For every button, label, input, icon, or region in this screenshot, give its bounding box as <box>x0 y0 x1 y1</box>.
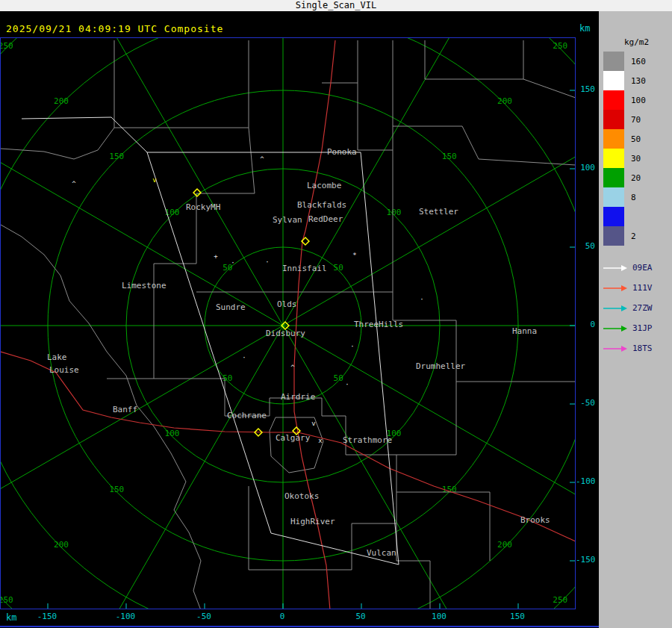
scale-value-label: 8 <box>631 193 636 202</box>
town-label: Okotoks <box>284 491 319 501</box>
ring-distance-label: 200 <box>497 96 512 106</box>
radar-legend-row: 31JP <box>603 318 672 338</box>
county-boundary <box>393 320 575 382</box>
radar-id-label: 27ZW <box>632 303 653 313</box>
scale-color-swatch <box>603 110 624 129</box>
ring-distance-label: 200 <box>497 540 512 550</box>
scan-area-outline <box>22 117 147 152</box>
county-boundary <box>358 40 393 150</box>
bottom-axis-label: 100 <box>424 612 454 621</box>
town-label: Lacombe <box>307 181 341 190</box>
ring-distance-label: 150 <box>109 152 124 161</box>
point-marker: ^ <box>260 155 264 163</box>
scale-row: 20 <box>599 168 672 187</box>
radar-arrow-icon <box>603 285 628 292</box>
scale-color-swatch <box>603 207 624 226</box>
town-label: Strathmore <box>343 435 392 445</box>
ring-distance-label: 250 <box>553 595 567 605</box>
town-label: Stettler <box>419 207 458 217</box>
radar-id-label: 09EA <box>632 263 653 273</box>
town-label: Calgary <box>276 433 311 443</box>
scale-row: 8 <box>599 187 672 207</box>
ring-distance-label: 250 <box>1 41 13 51</box>
scale-value-label: 50 <box>631 134 641 144</box>
scale-row: 30 <box>599 149 672 168</box>
radar-map: 5010015020025050100150200250501001502002… <box>0 37 576 609</box>
radar-id-label: 31JP <box>632 323 653 333</box>
point-marker: · <box>350 343 354 350</box>
bottom-axis-label: -150 <box>32 612 62 621</box>
town-label: Limestone <box>122 281 167 290</box>
scale-value-label: 30 <box>631 154 641 164</box>
scale-row: 2 <box>599 226 672 246</box>
scale-row: 160 <box>599 52 672 71</box>
county-boundary <box>393 126 575 165</box>
point-marker: v <box>152 176 156 184</box>
point-marker: · <box>265 258 269 266</box>
ring-distance-label: 200 <box>54 96 69 106</box>
ring-distance-label: 250 <box>553 41 567 51</box>
county-boundary <box>154 128 255 317</box>
town-label: Airdrie <box>281 392 315 402</box>
scale-value-label: 2 <box>631 231 636 241</box>
scale-row: 100 <box>599 90 672 110</box>
point-marker: · <box>420 296 423 303</box>
ring-distance-label: 100 <box>165 429 180 438</box>
right-axis-label: -50 <box>576 398 595 408</box>
range-ring <box>1 38 575 609</box>
radar-legend-row: 18TS <box>603 338 672 358</box>
radar-id-legend: 09EA111V27ZW31JP18TS <box>599 258 672 358</box>
scale-color-swatch <box>603 71 624 90</box>
timestamp-label: 2025/09/21 04:09:19 UTC Composite <box>6 23 223 34</box>
scale-value-label: 130 <box>631 76 646 86</box>
scale-color-swatch <box>603 168 624 187</box>
town-label: ThreeHills <box>354 320 403 329</box>
scale-color-swatch <box>603 52 624 71</box>
town-label: HighRiver <box>290 517 335 526</box>
town-label: Drumheller <box>416 361 466 371</box>
scale-row: 130 <box>599 71 672 90</box>
county-boundary <box>396 492 490 561</box>
town-label: Innisfail <box>282 264 327 273</box>
town-label: Blackfalds <box>297 200 346 210</box>
town-label: Louise <box>49 365 79 375</box>
right-axis-label: 50 <box>576 241 595 251</box>
radar-arrow-icon <box>603 264 628 272</box>
radar-legend-row: 09EA <box>603 258 672 278</box>
bottom-frame-line <box>0 626 599 627</box>
right-axis: 150100500-50-100-150 <box>576 37 597 609</box>
right-axis-label: 0 <box>576 320 595 329</box>
bottom-axis-label: 0 <box>267 612 297 621</box>
grid-radial-line <box>59 38 283 326</box>
county-boundary <box>1 225 44 255</box>
town-label: Olds <box>277 299 297 309</box>
scale-color-swatch <box>603 129 624 149</box>
county-boundary <box>114 40 249 128</box>
scale-row <box>599 207 672 226</box>
bottom-axis-label: -50 <box>189 612 219 621</box>
legend-panel: kg/m2 1601301007050302082 09EA111V27ZW31… <box>599 11 672 628</box>
town-label: Ponoka <box>327 147 357 157</box>
ring-distance-label: 150 <box>442 152 457 161</box>
radar-legend-row: 111V <box>603 278 672 298</box>
point-marker: + <box>214 252 218 260</box>
scale-row: 70 <box>599 110 672 129</box>
town-label: Sylvan <box>273 215 302 225</box>
scale-color-swatch <box>603 149 624 168</box>
color-scale: 1601301007050302082 <box>599 52 672 246</box>
point-marker: ^ <box>72 180 76 187</box>
town-label: RockyMH <box>186 202 220 212</box>
bottom-axis: -150-100-50050100150 <box>0 612 576 624</box>
town-label: Banff <box>113 405 137 414</box>
radar-arrow-icon <box>603 345 628 352</box>
ring-distance-label: 250 <box>1 595 13 605</box>
right-axis-label: 150 <box>576 84 595 94</box>
point-marker: · <box>242 354 246 361</box>
radar-legend-row: 27ZW <box>603 298 672 318</box>
radar-map-svg: 5010015020025050100150200250501001502002… <box>1 38 575 609</box>
town-label: Sundre <box>216 302 246 312</box>
km-unit-right-label: km <box>579 23 590 34</box>
town-label: Lake <box>47 352 67 362</box>
right-axis-label: -100 <box>576 476 595 486</box>
grid-radial-line <box>1 326 283 550</box>
